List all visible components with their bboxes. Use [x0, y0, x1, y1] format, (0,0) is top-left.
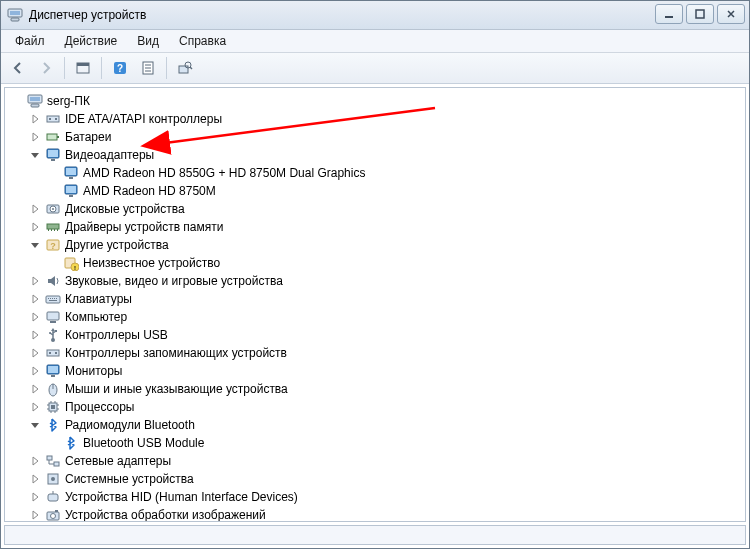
tree-item[interactable]: Батареи [29, 128, 745, 146]
tree-item[interactable]: Видеоадаптеры [29, 146, 745, 164]
menu-file[interactable]: Файл [5, 31, 55, 51]
tree-item[interactable]: Звуковые, видео и игровые устройства [29, 272, 745, 290]
svg-rect-13 [179, 66, 188, 73]
expand-toggle[interactable] [29, 131, 41, 143]
audio-icon [45, 273, 61, 289]
svg-rect-50 [52, 298, 53, 299]
svg-rect-51 [54, 298, 55, 299]
tree-item[interactable]: Bluetooth USB Module [47, 434, 745, 452]
device-tree-pane[interactable]: serg-ПКIDE ATA/ATAPI контроллерыБатареиВ… [4, 87, 746, 522]
forward-button[interactable] [33, 55, 59, 81]
svg-rect-38 [51, 229, 52, 231]
minimize-button[interactable] [655, 4, 683, 24]
collapse-toggle[interactable] [29, 419, 41, 431]
expand-toggle[interactable] [29, 401, 41, 413]
svg-rect-59 [55, 330, 57, 332]
expand-toggle[interactable] [29, 347, 41, 359]
tree-item[interactable]: serg-ПК [11, 92, 745, 110]
svg-point-58 [49, 332, 51, 334]
tree-item[interactable]: Устройства обработки изображений [29, 506, 745, 522]
tree-item[interactable]: ?Другие устройства [29, 236, 745, 254]
tree-item-label: Неизвестное устройство [83, 254, 220, 272]
menu-help[interactable]: Справка [169, 31, 236, 51]
close-button[interactable] [717, 4, 745, 24]
battery-icon [45, 129, 61, 145]
svg-marker-60 [51, 328, 55, 331]
expand-toggle[interactable] [29, 311, 41, 323]
tree-item[interactable]: Клавиатуры [29, 290, 745, 308]
expand-toggle[interactable] [29, 491, 41, 503]
svg-rect-19 [47, 116, 59, 122]
menu-action[interactable]: Действие [55, 31, 128, 51]
scan-hardware-button[interactable] [172, 55, 198, 81]
ide-icon [45, 111, 61, 127]
expand-toggle[interactable] [29, 293, 41, 305]
tree-item-label: Драйверы устройств памяти [65, 218, 223, 236]
svg-rect-37 [48, 229, 49, 231]
app-icon [7, 7, 23, 23]
svg-rect-36 [47, 224, 59, 229]
tree-item[interactable]: Системные устройства [29, 470, 745, 488]
expand-toggle[interactable] [29, 221, 41, 233]
show-hidden-button[interactable] [70, 55, 96, 81]
titlebar[interactable]: Диспетчер устройств [1, 1, 749, 30]
svg-rect-21 [55, 118, 57, 120]
expand-toggle[interactable] [29, 473, 41, 485]
tree-item[interactable]: Мыши и иные указывающие устройства [29, 380, 745, 398]
tree-item-label: IDE ATA/ATAPI контроллеры [65, 110, 222, 128]
svg-line-15 [190, 67, 192, 69]
back-button[interactable] [5, 55, 31, 81]
mouse-icon [45, 381, 61, 397]
svg-rect-52 [56, 298, 57, 299]
tree-item[interactable]: Процессоры [29, 398, 745, 416]
expand-toggle[interactable] [29, 113, 41, 125]
help-button[interactable]: ? [107, 55, 133, 81]
tree-item[interactable]: !Неизвестное устройство [47, 254, 745, 272]
tree-item[interactable]: Устройства HID (Human Interface Devices) [29, 488, 745, 506]
tree-item[interactable]: AMD Radeon HD 8750M [47, 182, 745, 200]
toolbar-separator [166, 57, 167, 79]
tree-item[interactable]: Радиомодули Bluetooth [29, 416, 745, 434]
maximize-button[interactable] [686, 4, 714, 24]
tree-item[interactable]: Компьютер [29, 308, 745, 326]
svg-rect-54 [47, 312, 59, 320]
tree-item-label: Bluetooth USB Module [83, 434, 204, 452]
svg-rect-65 [48, 366, 58, 373]
svg-text:?: ? [117, 63, 123, 74]
expand-toggle[interactable] [29, 275, 41, 287]
toolbar: ? [1, 53, 749, 84]
content-area: serg-ПКIDE ATA/ATAPI контроллерыБатареиВ… [1, 84, 749, 548]
expand-toggle [47, 167, 59, 179]
system-icon [45, 471, 61, 487]
svg-rect-25 [48, 150, 58, 157]
menubar: Файл Действие Вид Справка [1, 30, 749, 53]
tree-item[interactable]: Драйверы устройств памяти [29, 218, 745, 236]
collapse-toggle[interactable] [29, 239, 41, 251]
tree-item[interactable]: IDE ATA/ATAPI контроллеры [29, 110, 745, 128]
device-tree[interactable]: serg-ПКIDE ATA/ATAPI контроллерыБатареиВ… [5, 92, 745, 522]
tree-item[interactable]: Мониторы [29, 362, 745, 380]
properties-button[interactable] [135, 55, 161, 81]
expand-toggle[interactable] [29, 203, 41, 215]
tree-item-label: Радиомодули Bluetooth [65, 416, 195, 434]
expand-toggle[interactable] [29, 365, 41, 377]
expand-toggle[interactable] [29, 383, 41, 395]
svg-rect-47 [46, 296, 60, 303]
svg-point-82 [51, 477, 55, 481]
collapse-toggle [11, 95, 23, 107]
collapse-toggle[interactable] [29, 149, 41, 161]
tree-item[interactable]: Сетевые адаптеры [29, 452, 745, 470]
computer-cat-icon [45, 309, 61, 325]
expand-toggle[interactable] [29, 509, 41, 521]
tree-item[interactable]: Дисковые устройства [29, 200, 745, 218]
toolbar-separator [101, 57, 102, 79]
expand-toggle[interactable] [29, 329, 41, 341]
menu-view[interactable]: Вид [127, 31, 169, 51]
tree-item-label: Устройства HID (Human Interface Devices) [65, 488, 298, 506]
svg-rect-49 [50, 298, 51, 299]
tree-item[interactable]: Контроллеры USB [29, 326, 745, 344]
expand-toggle[interactable] [29, 455, 41, 467]
tree-item[interactable]: AMD Radeon HD 8550G + HD 8750M Dual Grap… [47, 164, 745, 182]
tree-item[interactable]: Контроллеры запоминающих устройств [29, 344, 745, 362]
svg-rect-31 [66, 186, 76, 193]
